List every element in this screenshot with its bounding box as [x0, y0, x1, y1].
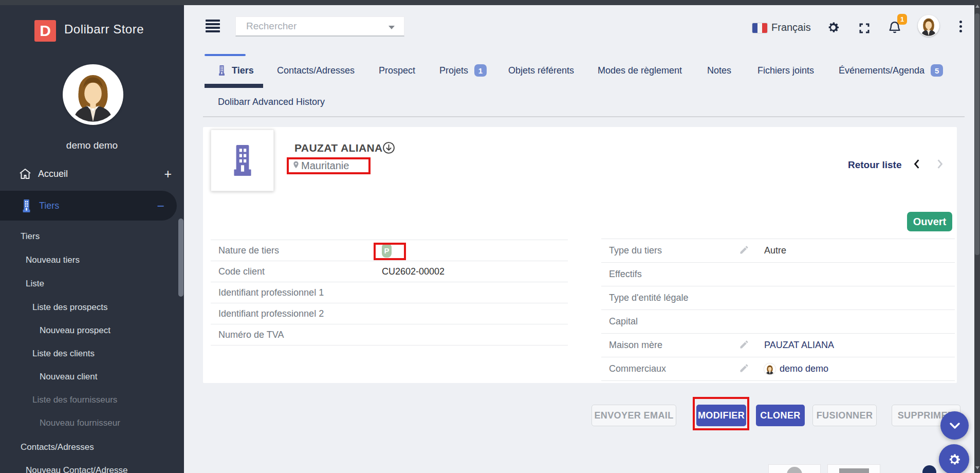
table-row: Type du tiers Autre: [601, 239, 955, 263]
modifier-button[interactable]: MODIFIER: [696, 405, 746, 426]
building-icon: [231, 145, 254, 176]
table-row: Identifiant professionnel 1: [211, 282, 568, 303]
download-circle-icon[interactable]: [382, 141, 395, 156]
sidebar-item-contacts-adresses[interactable]: Contacts/Adresses: [21, 437, 94, 458]
window-top-strip: [0, 0, 980, 5]
country-annotation-box: Mauritanie: [287, 157, 371, 174]
tab-prospect[interactable]: Prospect: [379, 63, 415, 78]
edit-pencil-icon[interactable]: [739, 245, 749, 257]
hamburger-menu-icon[interactable]: [206, 20, 220, 32]
sidebar-user-avatar[interactable]: [64, 66, 122, 123]
sidebar-user-name: demo demo: [0, 140, 184, 151]
language-selector[interactable]: Français: [771, 22, 811, 33]
partial-avatar-circle: [922, 465, 936, 473]
table-row: Effectifs: [601, 263, 955, 286]
sidebar-item-nouveau-contact-adresse[interactable]: Nouveau Contact/Adresse: [26, 460, 127, 473]
sidebar-item-label: Tiers: [39, 201, 59, 211]
sidebar-item-tiers-active[interactable]: Tiers −: [0, 191, 177, 221]
company-name-title: PAUZAT ALIANA: [294, 142, 383, 154]
image-placeholder: [839, 468, 869, 473]
sidebar-item-liste-des-clients[interactable]: Liste des clients: [32, 343, 95, 364]
french-flag-icon: [752, 23, 767, 33]
search-placeholder: Rechercher: [246, 21, 297, 32]
tab-modes-de-reglement[interactable]: Modes de règlement: [598, 63, 682, 78]
building-icon: [218, 65, 226, 76]
fab-settings-button[interactable]: [939, 444, 969, 473]
active-tab-underline: [205, 84, 263, 88]
dolibarr-logo-icon[interactable]: D: [34, 20, 56, 42]
table-row: Maison mère PAUZAT ALIANA: [601, 334, 955, 357]
next-record-chevron-icon: [937, 159, 943, 171]
sidebar-item-tiers[interactable]: Tiers: [21, 226, 40, 247]
sidebar-item-nouveau-prospect[interactable]: Nouveau prospect: [40, 320, 110, 341]
sidebar-item-liste-des-fournisseurs: Liste des fournisseurs: [32, 390, 117, 410]
table-row: Type d'entité légale: [601, 286, 955, 310]
maison-mere-link[interactable]: PAUZAT ALIANA: [764, 340, 834, 351]
sidebar-item-liste-des-prospects[interactable]: Liste des prospects: [32, 297, 107, 318]
table-row: Commerciaux demo demo: [601, 357, 955, 381]
tab-dolibarr-advanced-history[interactable]: Dolibarr Advanced History: [218, 97, 325, 109]
app-title: Dolibarr Store: [64, 22, 144, 37]
building-icon: [20, 199, 33, 212]
chevron-down-icon: [949, 422, 960, 429]
right-details-table: Type du tiers Autre Effectifs Type d'ent…: [601, 239, 955, 381]
partial-card: [768, 464, 821, 473]
sidebar-item-label: Accueil: [38, 169, 68, 179]
fullscreen-icon[interactable]: [858, 22, 871, 37]
dropdown-caret-icon: [389, 26, 395, 29]
third-party-card: PAUZAT ALIANA Mauritanie Retour liste Ou…: [203, 127, 957, 383]
sales-rep-link[interactable]: demo demo: [780, 363, 828, 374]
sidebar-item-nouveau-tiers[interactable]: Nouveau tiers: [26, 250, 80, 270]
edit-pencil-icon[interactable]: [739, 363, 749, 375]
envoyer-email-button: ENVOYER EMAIL: [591, 405, 676, 426]
tab-projets[interactable]: Projets 1: [439, 63, 487, 78]
scroll-up-arrow-icon[interactable]: [975, 5, 979, 8]
settings-gear-icon[interactable]: [826, 21, 840, 37]
tab-objets-referents[interactable]: Objets référents: [508, 63, 574, 78]
tab-contacts-adresses[interactable]: Contacts/Adresses: [277, 63, 355, 78]
partial-card: [827, 464, 880, 473]
status-badge: Ouvert: [907, 212, 952, 231]
fusionner-button: FUSIONNER: [812, 405, 877, 426]
company-country: Mauritanie: [301, 160, 349, 172]
table-row: Numéro de TVA: [211, 324, 568, 345]
tab-notes[interactable]: Notes: [707, 63, 731, 78]
sidebar-item-nouveau-client[interactable]: Nouveau client: [40, 367, 97, 387]
company-logo-placeholder[interactable]: [211, 130, 274, 191]
collapse-minus-icon[interactable]: −: [157, 198, 164, 213]
browser-scrollbar[interactable]: [974, 0, 980, 473]
home-icon: [19, 168, 32, 179]
previous-record-chevron-icon[interactable]: [914, 159, 920, 171]
avatar-placeholder: [787, 467, 802, 473]
table-row: Code client CU2602-00002: [211, 261, 568, 282]
tab-fichiers-joints[interactable]: Fichiers joints: [757, 63, 814, 78]
active-tab-topline: [205, 54, 246, 56]
cloner-button[interactable]: CLONER: [756, 405, 805, 426]
agenda-count-badge: 5: [931, 64, 943, 77]
fab-expand-button[interactable]: [940, 411, 969, 440]
scroll-down-arrow-icon[interactable]: [975, 466, 979, 469]
tab-evenements-agenda[interactable]: Événements/Agenda 5: [839, 63, 943, 78]
type-du-tiers-value: Autre: [764, 245, 786, 256]
back-to-list-link[interactable]: Retour liste: [848, 159, 902, 171]
table-row: Identifiant professionnel 2: [211, 303, 568, 324]
sidebar: D Dolibarr Store demo demo Accueil + Tie…: [0, 5, 184, 473]
projets-count-badge: 1: [474, 64, 487, 77]
tabs-divider: [203, 116, 965, 117]
notification-count-badge: 1: [897, 14, 907, 25]
prospect-badge-annotation-box: [374, 243, 406, 260]
kebab-menu-icon[interactable]: [959, 21, 962, 32]
scrollbar-thumb[interactable]: [975, 13, 979, 255]
edit-pencil-icon[interactable]: [739, 339, 749, 352]
code-client-value: CU2602-00002: [382, 266, 445, 277]
global-search-input[interactable]: Rechercher: [235, 16, 404, 37]
topbar-user-avatar[interactable]: [918, 15, 939, 37]
sidebar-item-nouveau-fournisseur: Nouveau fournisseur: [40, 413, 120, 433]
sales-rep-avatar: [764, 363, 775, 375]
sidebar-scrollbar-thumb[interactable]: [178, 219, 183, 297]
table-row: Capital: [601, 310, 955, 334]
sidebar-item-accueil[interactable]: Accueil +: [0, 162, 184, 185]
tab-tiers[interactable]: Tiers: [218, 63, 254, 78]
expand-plus-icon[interactable]: +: [164, 167, 172, 181]
sidebar-item-liste[interactable]: Liste: [26, 274, 44, 294]
